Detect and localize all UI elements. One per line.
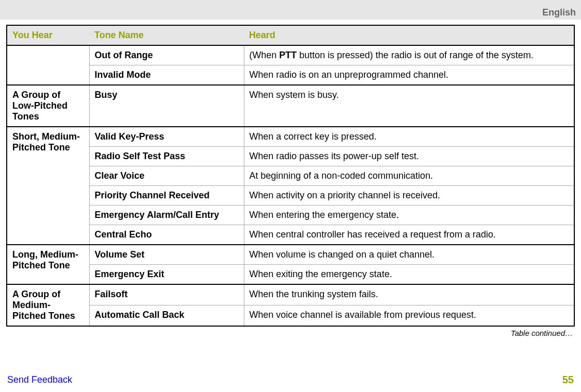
col-tone-name: Tone Name <box>89 25 244 45</box>
table-row: Clear Voice At beginning of a non-coded … <box>7 166 574 186</box>
cell-tone-name: Out of Range <box>89 45 244 65</box>
col-heard: Heard <box>244 25 574 45</box>
table-row: Short, Medium-Pitched Tone Valid Key-Pre… <box>7 127 574 147</box>
cell-tone-name: Central Echo <box>89 225 244 245</box>
cell-tone-name: Busy <box>89 85 244 127</box>
header-bar: English <box>0 0 581 20</box>
cell-tone-name: Failsoft <box>89 284 244 305</box>
cell-tone-name: Emergency Exit <box>89 265 244 285</box>
cell-you-hear: A Group of Medium-Pitched Tones <box>7 284 89 326</box>
cell-tone-name: Invalid Mode <box>89 65 244 86</box>
table-row: Long, Medium-Pitched Tone Volume Set Whe… <box>7 245 574 265</box>
cell-heard: When exiting the emergency state. <box>244 265 574 285</box>
table-row: Priority Channel Received When activity … <box>7 186 574 206</box>
table-row: Invalid Mode When radio is on an unprepr… <box>7 65 574 86</box>
page-footer: Send Feedback 55 <box>7 374 574 386</box>
tones-table: You Hear Tone Name Heard Out of Range (W… <box>6 25 575 327</box>
cell-you-hear <box>7 45 89 85</box>
table-row: Out of Range (When PTT button is pressed… <box>7 45 574 65</box>
table-row: Central Echo When central controller has… <box>7 225 574 245</box>
cell-you-hear: A Group of Low-Pitched Tones <box>7 85 89 127</box>
cell-you-hear: Long, Medium-Pitched Tone <box>7 245 89 284</box>
cell-tone-name: Priority Channel Received <box>89 186 244 206</box>
table-row: A Group of Medium-Pitched Tones Failsoft… <box>7 284 574 305</box>
text-bold: PTT <box>279 50 297 60</box>
cell-heard: When the trunking system fails. <box>244 284 574 305</box>
cell-heard: (When PTT button is pressed) the radio i… <box>244 45 574 65</box>
language-label: English <box>542 7 576 18</box>
page-number: 55 <box>562 374 574 386</box>
cell-tone-name: Volume Set <box>89 245 244 265</box>
cell-heard: When system is busy. <box>244 85 574 127</box>
table-row: Emergency Alarm/Call Entry When entering… <box>7 206 574 225</box>
cell-tone-name: Emergency Alarm/Call Entry <box>89 206 244 225</box>
cell-tone-name: Valid Key-Press <box>89 127 244 147</box>
cell-heard: When voice channel is available from pre… <box>244 305 574 327</box>
cell-heard: When radio is on an unpreprogrammed chan… <box>244 65 574 86</box>
text: (When <box>250 50 279 60</box>
cell-heard: When entering the emergency state. <box>244 206 574 225</box>
cell-heard: When volume is changed on a quiet channe… <box>244 245 574 265</box>
table-header-row: You Hear Tone Name Heard <box>7 25 574 45</box>
cell-heard: When radio passes its power-up self test… <box>244 147 574 166</box>
table-row: Automatic Call Back When voice channel i… <box>7 305 574 327</box>
cell-tone-name: Clear Voice <box>89 166 244 186</box>
cell-heard: When central controller has received a r… <box>244 225 574 245</box>
cell-heard: At beginning of a non-coded communicatio… <box>244 166 574 186</box>
cell-you-hear: Short, Medium-Pitched Tone <box>7 127 89 245</box>
table-continued-label: Table continued… <box>6 329 573 337</box>
table-row: Emergency Exit When exiting the emergenc… <box>7 265 574 285</box>
cell-tone-name: Automatic Call Back <box>89 305 244 327</box>
send-feedback-link[interactable]: Send Feedback <box>7 374 72 385</box>
page-content: You Hear Tone Name Heard Out of Range (W… <box>0 20 581 337</box>
cell-heard: When a correct key is pressed. <box>244 127 574 147</box>
text: button is pressed) the radio is out of r… <box>297 50 534 60</box>
table-row: A Group of Low-Pitched Tones Busy When s… <box>7 85 574 127</box>
cell-tone-name: Radio Self Test Pass <box>89 147 244 166</box>
cell-heard: When activity on a priority channel is r… <box>244 186 574 206</box>
col-you-hear: You Hear <box>7 25 89 45</box>
table-row: Radio Self Test Pass When radio passes i… <box>7 147 574 166</box>
